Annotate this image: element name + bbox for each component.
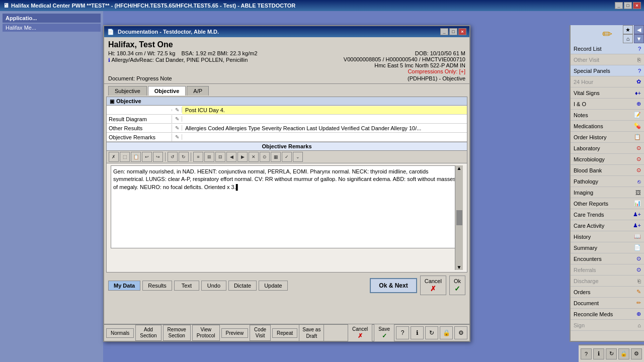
toolbar-minus-btn[interactable]: ⊟ xyxy=(215,152,225,162)
microbiology-item[interactable]: Microbiology ⊙ xyxy=(571,154,644,165)
outer-window-controls[interactable]: _ □ × xyxy=(615,2,641,9)
settings-btn[interactable]: ⚙ xyxy=(454,326,467,339)
orders-item[interactable]: Orders ✎ xyxy=(571,287,644,298)
toolbar-check-btn[interactable]: ✓ xyxy=(282,152,292,162)
save-as-draft-btn[interactable]: Save as Draft xyxy=(299,324,324,341)
ok-button[interactable]: Ok ✓ xyxy=(449,276,465,295)
repeat-btn[interactable]: Repeat xyxy=(272,328,297,338)
toolbar-next-btn[interactable]: ▶ xyxy=(237,152,248,162)
objective-remarks-editor[interactable]: Gen: normally nourished, in NAD. HEENT: … xyxy=(111,165,463,248)
encounters-item[interactable]: Encounters ⊙ xyxy=(571,253,644,264)
tab-subjective[interactable]: Subjective xyxy=(108,86,147,96)
toolbar-undo-btn[interactable]: ↩ xyxy=(142,152,152,162)
results-btn[interactable]: Results xyxy=(142,281,172,291)
text-btn[interactable]: Text xyxy=(174,281,199,291)
nav-up-right[interactable]: ◀ xyxy=(634,25,644,34)
view-protocol-btn[interactable]: View Protocol xyxy=(192,325,220,341)
update-btn[interactable]: Update xyxy=(259,281,287,291)
h24-item[interactable]: 24 Hour ✿ xyxy=(571,76,644,87)
toolbar-rotate-btn[interactable]: ↺ xyxy=(168,152,178,162)
code-visit-btn[interactable]: Code Visit xyxy=(250,325,271,341)
footer-save-btn[interactable]: Save ✓ xyxy=(374,324,394,342)
refresh-btn[interactable]: ↻ xyxy=(425,326,438,339)
table-row: Result Diagram ✎ xyxy=(107,115,467,124)
scrollbar-thumb[interactable] xyxy=(456,210,462,225)
document-item[interactable]: Document ✏ xyxy=(571,298,644,309)
summary-item[interactable]: Summary 📄 xyxy=(571,242,644,253)
toolbar-rotate2-btn[interactable]: ↻ xyxy=(179,152,189,162)
normals-btn[interactable]: Normals xyxy=(106,328,134,338)
tray-icon-help[interactable]: ? xyxy=(581,348,592,359)
section-collapse-btn[interactable]: ▣ xyxy=(110,99,114,104)
undo-btn[interactable]: Undo xyxy=(201,281,226,291)
toolbar-prev-btn[interactable]: ◀ xyxy=(226,152,236,162)
sign-item[interactable]: Sign ⌂ xyxy=(571,320,644,331)
io-item[interactable]: I & O ⊕ xyxy=(571,99,644,110)
toolbar-list-btn[interactable]: ≡ xyxy=(193,152,203,162)
imaging-item[interactable]: Imaging 🖼 xyxy=(571,187,644,198)
care-trends-item[interactable]: Care Trends ♟+ xyxy=(571,209,644,220)
info-btn[interactable]: ℹ xyxy=(411,326,424,339)
remove-section-btn[interactable]: Remove Section xyxy=(163,325,191,341)
laboratory-item[interactable]: Laboratory ⊙ xyxy=(571,143,644,154)
toolbar-copy-btn[interactable]: ⬚ xyxy=(120,152,130,162)
special-panels-item[interactable]: Special Panels ? xyxy=(571,65,644,76)
minimize-btn[interactable]: _ xyxy=(615,2,623,9)
row-edit-icon2[interactable]: ✎ xyxy=(172,116,182,122)
discharge-item[interactable]: Discharge ⎗ xyxy=(571,276,644,287)
history-item[interactable]: History 📖 xyxy=(571,231,644,242)
vital-signs-item[interactable]: Vital Signs ♦+ xyxy=(571,87,644,99)
medications-item[interactable]: Medications 💊 xyxy=(571,121,644,132)
my-data-btn[interactable]: My Data xyxy=(108,281,140,291)
doc-maximize-btn[interactable]: □ xyxy=(449,28,457,35)
reconcile-meds-item[interactable]: Reconcile Meds ⊕ xyxy=(571,309,644,320)
referrals-item[interactable]: Referrals ⊙ xyxy=(571,264,644,276)
row-edit-icon3[interactable]: ✎ xyxy=(172,125,182,131)
add-section-btn[interactable]: Add Section xyxy=(135,325,161,341)
toolbar-close-btn[interactable]: ✕ xyxy=(249,152,259,162)
row-value-other-results: Allergies Coded Allergies Type Severity … xyxy=(182,124,467,132)
nav-star[interactable]: ★ xyxy=(623,25,633,34)
toolbar-down-btn[interactable]: ⌄ xyxy=(293,152,303,162)
ok-next-button[interactable]: Ok & Next xyxy=(370,278,417,293)
table-row: Objective Remarks ✎ xyxy=(107,133,467,142)
dictate-btn[interactable]: Dictate xyxy=(228,281,257,291)
tray-icon-settings[interactable]: ⚙ xyxy=(631,348,642,359)
doc-window-controls[interactable]: _ □ × xyxy=(440,28,466,35)
toolbar-redo-btn[interactable]: ↪ xyxy=(153,152,163,162)
other-reports-item[interactable]: Other Reports 📊 xyxy=(571,198,644,209)
tray-icon-refresh[interactable]: ↻ xyxy=(606,348,617,359)
compressions-link[interactable]: Compressions Only: [+] xyxy=(344,68,465,74)
nav-down-right[interactable]: ▼ xyxy=(634,34,644,43)
help-btn[interactable]: ? xyxy=(396,326,409,339)
row-edit-icon[interactable]: ✎ xyxy=(172,107,182,113)
notes-item[interactable]: Notes 📝 xyxy=(571,110,644,121)
record-list-item[interactable]: Record List ? xyxy=(571,43,644,54)
tray-icon-info[interactable]: ℹ xyxy=(593,348,604,359)
toolbar-table-btn[interactable]: ▦ xyxy=(271,152,281,162)
scrollbar-up[interactable]: ▲ xyxy=(457,165,462,171)
scrollbar-down[interactable]: ▼ xyxy=(457,264,462,270)
nav-home[interactable]: ⌂ xyxy=(623,34,633,43)
tray-icon-lock[interactable]: 🔒 xyxy=(618,348,629,359)
care-activity-item[interactable]: Care Activity ♟+ xyxy=(571,220,644,231)
order-history-item[interactable]: Order History 📋 xyxy=(571,132,644,143)
doc-minimize-btn[interactable]: _ xyxy=(440,28,448,35)
toolbar-cut-btn[interactable]: ✗ xyxy=(109,152,119,162)
row-edit-icon4[interactable]: ✎ xyxy=(172,134,182,140)
close-btn[interactable]: × xyxy=(633,2,641,9)
preview-btn[interactable]: Preview xyxy=(221,328,249,338)
toolbar-grid-btn[interactable]: ⊞ xyxy=(204,152,214,162)
cancel-button[interactable]: Cancel ✗ xyxy=(420,276,446,295)
maximize-btn[interactable]: □ xyxy=(624,2,632,9)
doc-close-btn[interactable]: × xyxy=(458,28,466,35)
footer-cancel-btn[interactable]: Cancel ✗ xyxy=(348,324,372,342)
lock-btn[interactable]: 🔒 xyxy=(440,326,453,339)
tab-objective[interactable]: Objective xyxy=(148,86,186,96)
tab-ap[interactable]: A/P xyxy=(187,86,209,96)
other-visit-item[interactable]: Other Visit ⎘ xyxy=(571,54,644,65)
toolbar-circle-btn[interactable]: ⊙ xyxy=(260,152,270,162)
toolbar-paste-btn[interactable]: 📋 xyxy=(131,152,141,162)
pathology-item[interactable]: Pathology ⎋ xyxy=(571,176,644,187)
blood-bank-item[interactable]: Blood Bank ⊙ xyxy=(571,165,644,176)
